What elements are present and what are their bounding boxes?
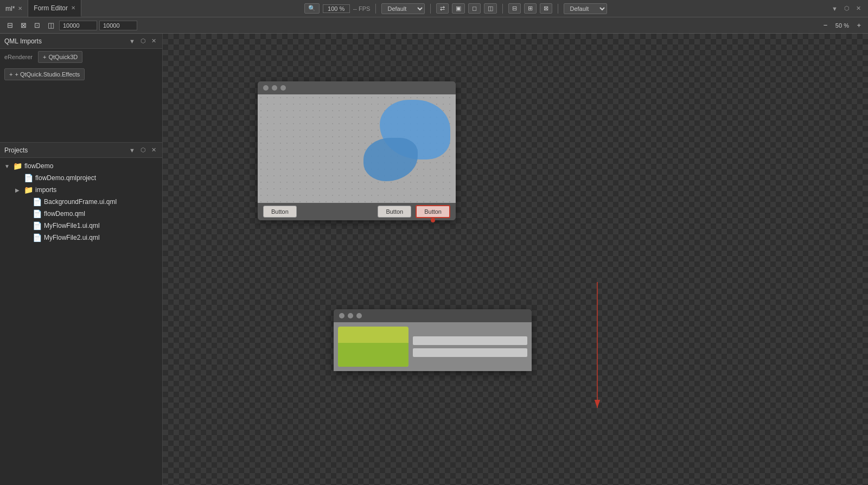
tree-label-bgframe: BackgroundFrame.ui.qml xyxy=(44,198,117,206)
canvas-zoom-label: 50 % xyxy=(832,22,852,29)
window-content-2 xyxy=(334,322,532,371)
frame2-left-panel xyxy=(338,327,409,367)
frame1-button-2[interactable]: Button xyxy=(378,206,411,218)
projects-close-icon[interactable]: ✕ xyxy=(150,146,158,154)
toolbar-icon-5[interactable]: ⊟ xyxy=(508,3,521,14)
tree-label-myflow1: MyFlowFile1.ui.qml xyxy=(44,222,100,229)
toolbar-sep-2 xyxy=(430,4,431,14)
add-qtquick3d-button[interactable]: + QtQuick3D xyxy=(38,51,82,63)
projects-collapse-icon[interactable]: ▼ xyxy=(127,146,137,154)
file-icon-flowdemoqml: 📄 xyxy=(33,209,42,218)
toolbar-icon-6[interactable]: ⊞ xyxy=(524,3,537,14)
renderer-row: eRenderer + QtQuick3D xyxy=(0,49,162,65)
tree-item-myflow2[interactable]: 📄 MyFlowFile2.ui.qml xyxy=(0,232,162,244)
canvas-area[interactable]: Button Button Button xyxy=(163,34,868,485)
add-effects-label: + QtQuick.Studio.Effects xyxy=(15,71,80,78)
tree-arrow-flowdemo: ▼ xyxy=(4,163,11,169)
align-right-button[interactable]: ⊡ xyxy=(31,20,43,31)
projects-header: Projects ▼ ⬡ ✕ xyxy=(0,143,162,158)
projects-title: Projects xyxy=(4,146,124,154)
canvas-zoom-out-icon[interactable]: − xyxy=(821,20,831,31)
tab-bar: ml* ✕ Form Editor ✕ xyxy=(0,0,81,17)
toolbar-sep-1 xyxy=(375,4,376,14)
align-center-button[interactable]: ⊠ xyxy=(18,20,29,31)
canvas-zoom-in-icon[interactable]: + xyxy=(854,20,864,31)
traffic-light-1c xyxy=(280,85,286,91)
projects-controls: ▼ ⬡ ✕ xyxy=(127,146,158,154)
blob2 xyxy=(363,138,418,181)
tree-arrow-imports: ▶ xyxy=(15,187,22,193)
add-qtquick3d-label: QtQuick3D xyxy=(48,54,78,60)
tree-label-flowdemo: flowDemo xyxy=(24,162,53,170)
blob-container xyxy=(358,100,450,187)
toolbar-right: ▼ ⬡ ✕ xyxy=(830,4,868,12)
second-toolbar: ⊟ ⊠ ⊡ ◫ − 50 % + xyxy=(0,17,868,34)
left-sidebar: QML Imports ▼ ⬡ ✕ eRenderer + QtQuick3D … xyxy=(0,34,163,485)
tree-label-myflow2: MyFlowFile2.ui.qml xyxy=(44,234,100,241)
top-toolbar: ml* ✕ Form Editor ✕ 🔍 -- FPS Default ⇄ ▣… xyxy=(0,0,868,17)
frame1-button-1[interactable]: Button xyxy=(263,206,297,218)
window-bottom-bar-1: Button Button Button xyxy=(258,203,456,220)
traffic-light-1b xyxy=(272,85,277,91)
qml-imports-collapse-icon[interactable]: ▼ xyxy=(127,37,137,45)
traffic-light-2c xyxy=(356,313,362,318)
toolbar-icon-1[interactable]: ⇄ xyxy=(436,3,449,14)
toolbar-icon-7[interactable]: ⊠ xyxy=(540,3,552,14)
file-icon-bgframe: 📄 xyxy=(33,197,42,206)
file-icon-myflow2: 📄 xyxy=(33,233,42,242)
projects-window-icon[interactable]: ⬡ xyxy=(139,146,148,154)
folder-icon-imports: 📁 xyxy=(24,186,33,194)
default-select-2[interactable]: Default xyxy=(564,3,607,14)
tree-item-imports[interactable]: ▶ 📁 imports xyxy=(0,184,162,196)
toolbar-icon-4[interactable]: ◫ xyxy=(484,3,497,14)
toolbar-icon-2[interactable]: ▣ xyxy=(452,3,465,14)
align-left-button[interactable]: ⊟ xyxy=(4,20,16,31)
qml-imports-window-icon[interactable]: ⬡ xyxy=(139,37,148,45)
frame1-button-3-selected[interactable]: Button xyxy=(416,205,450,218)
tab-file-label: ml* xyxy=(5,5,15,12)
default-select-1[interactable]: Default xyxy=(381,3,425,14)
traffic-light-1a xyxy=(263,85,269,91)
tree-label-imports: imports xyxy=(35,186,56,194)
tree-item-myflow1[interactable]: 📄 MyFlowFile1.ui.qml xyxy=(0,220,162,232)
tree-item-qmlproject[interactable]: 📄 flowDemo.qmlproject xyxy=(0,172,162,184)
top-right-window-icon[interactable]: ⬡ xyxy=(843,4,851,12)
top-right-close-icon[interactable]: ✕ xyxy=(854,4,863,12)
tab-form-editor[interactable]: Form Editor ✕ xyxy=(28,0,81,17)
window-content-1 xyxy=(258,94,456,203)
window-titlebar-1 xyxy=(258,81,456,94)
frame2-bar-2 xyxy=(413,348,527,357)
projects-panel: Projects ▼ ⬡ ✕ ▼ 📁 flowDemo 📄 flowDemo.q… xyxy=(0,142,162,485)
toolbar-sep-4 xyxy=(558,4,558,14)
fps-label: -- FPS xyxy=(353,5,371,12)
zoom-input[interactable] xyxy=(323,4,350,13)
tree-item-bgframe[interactable]: 📄 BackgroundFrame.ui.qml xyxy=(0,196,162,208)
tab-file-close-icon[interactable]: ✕ xyxy=(18,5,22,11)
coord-y-input[interactable] xyxy=(99,21,137,30)
plus-icon: + xyxy=(43,54,46,60)
window-frame-2 xyxy=(334,309,532,371)
tree-area: ▼ 📁 flowDemo 📄 flowDemo.qmlproject ▶ 📁 i… xyxy=(0,158,162,485)
qml-imports-close-icon[interactable]: ✕ xyxy=(150,37,158,45)
zoom-search-button[interactable]: 🔍 xyxy=(304,3,320,14)
add-effects-button[interactable]: + + QtQuick.Studio.Effects xyxy=(4,68,85,80)
snap-button[interactable]: ◫ xyxy=(45,20,57,31)
project-icon-flowdemo: 📁 xyxy=(13,162,22,170)
file-icon-myflow1: 📄 xyxy=(33,221,42,230)
tree-label-qmlproject: flowDemo.qmlproject xyxy=(35,174,96,182)
frame2-bar-1 xyxy=(413,336,527,345)
tab-form-editor-label: Form Editor xyxy=(34,4,68,12)
add-effects-plus-icon: + xyxy=(9,71,12,78)
tree-item-flowdemo[interactable]: ▼ 📁 flowDemo xyxy=(0,160,162,172)
renderer-label: eRenderer xyxy=(4,54,33,60)
tab-form-editor-close-icon[interactable]: ✕ xyxy=(71,5,75,11)
frame2-content xyxy=(334,322,532,371)
top-right-collapse-icon[interactable]: ▼ xyxy=(830,5,839,12)
window-frame-1: Button Button Button xyxy=(258,81,456,220)
tree-item-flowdemoqml[interactable]: 📄 flowDemo.qml xyxy=(0,208,162,220)
toolbar-sep-3 xyxy=(502,4,503,14)
qml-imports-header: QML Imports ▼ ⬡ ✕ xyxy=(0,34,162,49)
toolbar-icon-3[interactable]: ◻ xyxy=(468,3,481,14)
coord-x-input[interactable] xyxy=(59,21,97,30)
tab-file[interactable]: ml* ✕ xyxy=(0,0,28,17)
